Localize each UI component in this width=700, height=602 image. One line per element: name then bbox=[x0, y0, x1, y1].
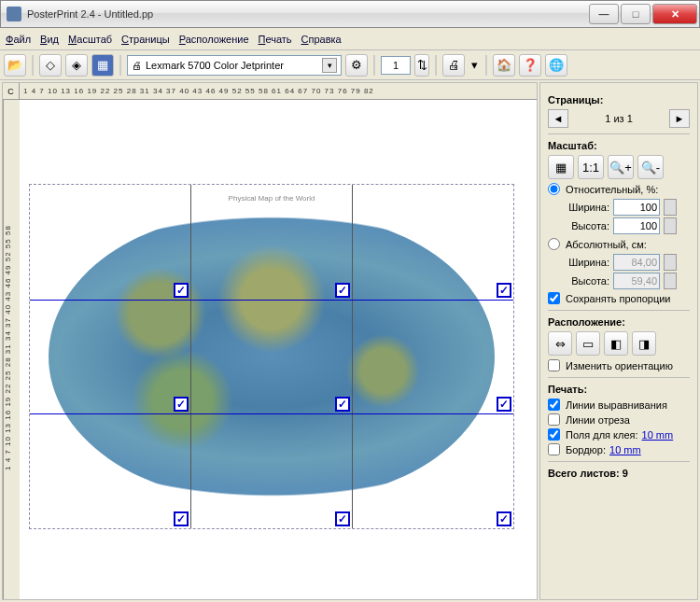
layout-btn-3[interactable]: ◧ bbox=[604, 331, 628, 356]
printer-props-button[interactable]: ⚙ bbox=[345, 54, 368, 77]
abs-height-input: 59,40 bbox=[613, 273, 660, 289]
menu-layout[interactable]: Расположение bbox=[179, 34, 249, 45]
tile-check-5[interactable]: ✓ bbox=[335, 397, 350, 412]
print-dropdown[interactable]: ▾ bbox=[469, 54, 480, 77]
absolute-radio[interactable] bbox=[548, 238, 560, 250]
total-sheets: Всего листов: 9 bbox=[548, 468, 690, 479]
layout-section-title: Расположение: bbox=[548, 316, 690, 328]
abs-height-label: Высота: bbox=[563, 275, 609, 287]
tile-check-4[interactable]: ✓ bbox=[174, 397, 189, 412]
map-image bbox=[49, 213, 495, 500]
menu-help[interactable]: Справка bbox=[301, 34, 342, 45]
tool-btn-2[interactable]: ◈ bbox=[65, 54, 88, 77]
border-checkbox[interactable] bbox=[548, 443, 560, 455]
zoom-in-button[interactable]: 🔍+ bbox=[608, 155, 634, 179]
tile-check-2[interactable]: ✓ bbox=[335, 283, 350, 298]
layout-btn-1[interactable]: ⇔ bbox=[548, 331, 572, 356]
grid-icon[interactable]: ▦ bbox=[548, 155, 574, 179]
glue-link[interactable]: 10 mm bbox=[642, 429, 674, 441]
border-label: Бордюр: bbox=[566, 444, 606, 455]
printer-select[interactable]: 🖨 Lexmark 5700 Color Jetprinter ▾ bbox=[127, 55, 342, 76]
open-button[interactable]: 📂 bbox=[4, 54, 26, 77]
spinner-updown[interactable]: ⇅ bbox=[414, 54, 429, 77]
ruler-horizontal: 1 4 7 10 13 16 19 22 25 28 31 34 37 40 4… bbox=[20, 83, 537, 100]
page-prev-button[interactable]: ◄ bbox=[548, 109, 568, 128]
tile-check-7[interactable]: ✓ bbox=[174, 511, 189, 526]
home-button[interactable]: 🏠 bbox=[493, 54, 515, 77]
relative-radio[interactable] bbox=[548, 183, 560, 195]
minimize-button[interactable]: — bbox=[589, 4, 619, 24]
layout-btn-2[interactable]: ▭ bbox=[576, 331, 600, 356]
tile-check-1[interactable]: ✓ bbox=[174, 283, 189, 298]
page-next-button[interactable]: ► bbox=[669, 109, 690, 128]
window-title: PosterPrint 2.4 - Untitled.pp bbox=[27, 8, 589, 20]
map-caption: Physical Map of the World bbox=[30, 194, 513, 203]
rel-width-input[interactable]: 100 bbox=[613, 199, 660, 216]
glue-checkbox[interactable] bbox=[548, 428, 560, 441]
tile-check-8[interactable]: ✓ bbox=[335, 511, 350, 526]
pages-section-title: Страницы: bbox=[548, 94, 690, 105]
poster-preview[interactable]: Physical Map of the World ✓ ✓ ✓ ✓ ✓ ✓ ✓ … bbox=[29, 184, 514, 529]
menu-print[interactable]: Печать bbox=[259, 34, 292, 45]
chevron-down-icon[interactable]: ▾ bbox=[322, 58, 337, 73]
tool-btn-3[interactable]: ▦ bbox=[91, 54, 114, 77]
orientation-checkbox[interactable] bbox=[548, 359, 560, 371]
tile-check-6[interactable]: ✓ bbox=[497, 397, 511, 412]
abs-width-spin bbox=[664, 254, 677, 271]
absolute-label: Абсолютный, см: bbox=[566, 239, 647, 250]
tool-btn-1[interactable]: ◇ bbox=[39, 54, 62, 77]
rel-height-input[interactable]: 100 bbox=[613, 217, 660, 234]
width-label: Ширина: bbox=[563, 202, 609, 213]
menu-view[interactable]: Вид bbox=[40, 34, 59, 45]
print-section-title: Печать: bbox=[548, 384, 690, 395]
print-button[interactable]: 🖨 bbox=[442, 54, 465, 77]
relative-label: Относительный, %: bbox=[566, 184, 658, 195]
keep-ratio-label: Сохранять пропорции bbox=[566, 293, 671, 304]
glue-label: Поля для клея: bbox=[566, 429, 638, 441]
tile-check-3[interactable]: ✓ bbox=[497, 283, 511, 298]
zoom-11-button[interactable]: 1:1 bbox=[578, 155, 604, 179]
help-button[interactable]: ❓ bbox=[519, 54, 541, 77]
printer-icon: 🖨 bbox=[132, 60, 142, 71]
menu-file[interactable]: Файл bbox=[6, 34, 31, 45]
close-button[interactable]: ✕ bbox=[652, 4, 697, 24]
align-lines-checkbox[interactable] bbox=[548, 399, 560, 411]
border-link[interactable]: 10 mm bbox=[609, 444, 641, 455]
page-spinner[interactable]: 1 bbox=[381, 56, 411, 75]
menubar: Файл Вид Масштаб Страницы Расположение П… bbox=[0, 28, 700, 50]
align-lines-label: Линии выравнивания bbox=[566, 399, 667, 411]
menu-scale[interactable]: Масштаб bbox=[68, 34, 112, 45]
ruler-corner: С bbox=[3, 83, 20, 100]
canvas-area: С 1 4 7 10 13 16 19 22 25 28 31 34 37 40… bbox=[2, 82, 538, 600]
toolbar: 📂 ◇ ◈ ▦ 🖨 Lexmark 5700 Color Jetprinter … bbox=[0, 50, 700, 80]
printer-name: Lexmark 5700 Color Jetprinter bbox=[146, 60, 284, 71]
scale-section-title: Масштаб: bbox=[548, 140, 690, 151]
menu-pages[interactable]: Страницы bbox=[121, 34, 170, 45]
canvas[interactable]: Physical Map of the World ✓ ✓ ✓ ✓ ✓ ✓ ✓ … bbox=[20, 100, 537, 599]
keep-ratio-checkbox[interactable] bbox=[548, 292, 560, 304]
ruler-vertical: 1 4 7 10 13 16 19 22 25 28 31 34 37 40 4… bbox=[3, 100, 20, 599]
titlebar: PosterPrint 2.4 - Untitled.pp — □ ✕ bbox=[0, 0, 700, 28]
page-count: 1 из 1 bbox=[576, 113, 662, 124]
about-button[interactable]: 🌐 bbox=[545, 54, 567, 77]
zoom-out-button[interactable]: 🔍- bbox=[637, 155, 664, 179]
layout-btn-4[interactable]: ◨ bbox=[632, 331, 656, 356]
height-label: Высота: bbox=[563, 220, 609, 231]
orientation-label: Изменить ориентацию bbox=[566, 360, 673, 371]
tile-check-9[interactable]: ✓ bbox=[497, 511, 511, 526]
abs-width-label: Ширина: bbox=[563, 257, 609, 268]
rel-width-spin[interactable] bbox=[664, 199, 677, 216]
side-panel: Страницы: ◄ 1 из 1 ► Масштаб: ▦ 1:1 🔍+ 🔍… bbox=[539, 82, 698, 600]
abs-height-spin bbox=[664, 273, 677, 289]
maximize-button[interactable]: □ bbox=[621, 4, 651, 24]
cut-lines-checkbox[interactable] bbox=[548, 413, 560, 426]
rel-height-spin[interactable] bbox=[664, 217, 677, 234]
abs-width-input: 84,00 bbox=[613, 254, 660, 271]
app-icon bbox=[7, 7, 21, 21]
cut-lines-label: Линии отреза bbox=[566, 414, 630, 426]
